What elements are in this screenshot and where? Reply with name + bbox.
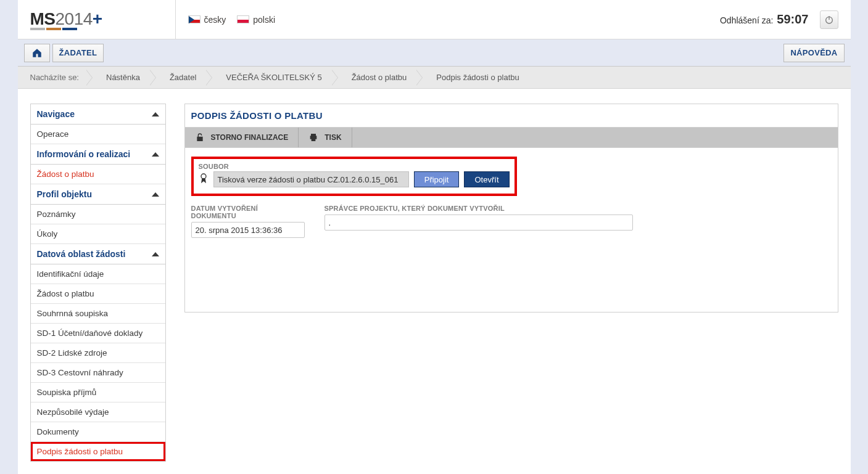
admin-field[interactable]: [324, 215, 633, 231]
sidebar-item-nezpusobile-vydaje[interactable]: Nezpůsobilé výdaje: [31, 402, 165, 422]
page-title: PODPIS ŽÁDOSTI O PLATBU: [184, 104, 838, 127]
admin-label: SPRÁVCE PROJEKTU, KTERÝ DOKUMENT VYTVOŘI…: [324, 205, 633, 212]
unlock-icon: [195, 133, 205, 142]
sidebar-section-datova-oblast[interactable]: Datová oblast žádosti: [31, 244, 165, 264]
sidebar-item-identifikacni-udaje[interactable]: Identifikační údaje: [31, 264, 165, 284]
breadcrumb-item[interactable]: Žádost o platbu: [338, 69, 417, 86]
sidebar-item-sd1[interactable]: SD-1 Účetní/daňové doklady: [31, 324, 165, 343]
applicant-button[interactable]: ŽADATEL: [52, 44, 104, 62]
sidebar-item-soupiska-prijmu[interactable]: Soupiska příjmů: [31, 383, 165, 402]
sidebar-item-sd3[interactable]: SD-3 Cestovní náhrady: [31, 363, 165, 383]
breadcrumb-item[interactable]: Žadatel: [156, 69, 206, 86]
svg-point-2: [201, 174, 206, 179]
sidebar-item-zadost-o-platbu[interactable]: Žádost o platbu: [31, 165, 165, 184]
chevron-up-icon: [152, 112, 159, 116]
file-name-display: Tisková verze žádosti o platbu CZ.01.2.6…: [213, 171, 409, 187]
sidebar-item-ukoly[interactable]: Úkoly: [31, 224, 165, 244]
sidebar-section-profil[interactable]: Profil objektu: [31, 184, 165, 205]
lang-czech[interactable]: česky: [188, 15, 226, 25]
sidebar: Navigace Operace Informování o realizaci…: [30, 104, 166, 462]
attach-button[interactable]: Připojit: [414, 171, 460, 187]
chevron-up-icon: [152, 192, 159, 197]
app-logo: MS2014+: [18, 9, 175, 29]
lang-polish[interactable]: polski: [237, 15, 275, 25]
breadcrumb: Nacházíte se: Nástěnka Žadatel VEČEŘA ŠK…: [18, 67, 851, 89]
breadcrumb-item[interactable]: Nástěnka: [93, 69, 150, 86]
sidebar-section-navigace[interactable]: Navigace: [31, 104, 165, 125]
logout-timer: Odhlášení za: 59:07: [720, 12, 809, 27]
chevron-up-icon: [152, 252, 159, 256]
nav-bar: ŽADATEL NÁPOVĚDA: [18, 39, 851, 67]
sidebar-item-souhrnna-soupiska[interactable]: Souhrnná soupiska: [31, 304, 165, 324]
toolbar: STORNO FINALIZACE TISK: [184, 127, 838, 148]
date-created-field[interactable]: [191, 222, 305, 238]
tisk-button[interactable]: TISK: [299, 128, 352, 147]
sidebar-item-dokumenty[interactable]: Dokumenty: [31, 422, 165, 442]
flag-cz-icon: [188, 15, 200, 23]
sidebar-item-poznamky[interactable]: Poznámky: [31, 205, 165, 224]
home-button[interactable]: [24, 44, 50, 62]
sidebar-item-operace[interactable]: Operace: [31, 125, 165, 144]
date-created-label: DATUM VYTVOŘENÍ DOKUMENTU: [191, 205, 305, 219]
soubor-section: SOUBOR Tisková verze žádosti o platbu CZ…: [191, 157, 517, 196]
breadcrumb-lead: Nacházíte se:: [30, 73, 80, 82]
open-button[interactable]: Otevřít: [464, 171, 509, 187]
flag-pl-icon: [237, 15, 249, 23]
sidebar-item-podpis-zadosti[interactable]: Podpis žádosti o platbu: [31, 442, 165, 461]
top-bar: MS2014+ česky polski Odhlášení za: 59:07: [18, 0, 851, 39]
storno-finalizace-button[interactable]: STORNO FINALIZACE: [185, 128, 299, 147]
sidebar-section-informovani[interactable]: Informování o realizaci: [31, 144, 165, 165]
home-icon: [31, 47, 43, 59]
help-button[interactable]: NÁPOVĚDA: [783, 44, 844, 62]
power-icon: [824, 15, 834, 25]
logout-button[interactable]: [820, 10, 838, 29]
certificate-icon: [199, 173, 209, 187]
sidebar-item-sd2[interactable]: SD-2 Lidské zdroje: [31, 343, 165, 363]
breadcrumb-item[interactable]: VEČEŘA ŠKOLITELSKÝ 5: [212, 69, 331, 86]
soubor-label: SOUBOR: [199, 163, 510, 170]
print-icon: [308, 133, 318, 142]
chevron-up-icon: [152, 152, 159, 157]
breadcrumb-item: Podpis žádosti o platbu: [423, 69, 529, 86]
sidebar-item-zadost-o-platbu-2[interactable]: Žádost o platbu: [31, 284, 165, 304]
main-panel: PODPIS ŽÁDOSTI O PLATBU STORNO FINALIZAC…: [184, 104, 838, 313]
